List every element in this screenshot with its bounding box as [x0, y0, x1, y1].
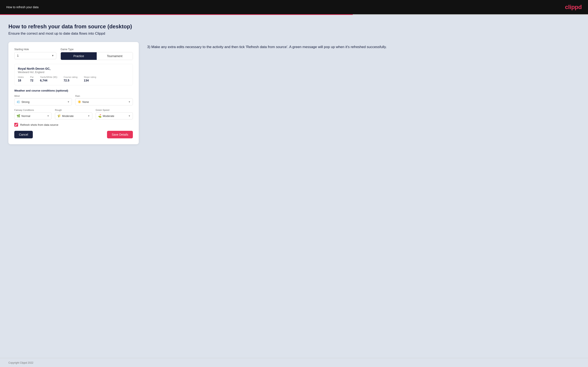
refresh-label: Refresh shots from data source [20, 123, 58, 126]
rough-chevron-icon: ▼ [88, 115, 90, 117]
fairway-chevron-icon: ▼ [47, 115, 49, 117]
wind-rain-row: Wind 💨 Strong ▼ Rain ☀️ None ▼ [14, 95, 133, 105]
game-type-group: Game Type Practice Tournament [61, 48, 133, 60]
conditions-title: Weather and course conditions (optional) [14, 89, 133, 92]
par-value: 72 [30, 79, 34, 82]
course-rating-label: Course rating [64, 76, 78, 78]
content-row: Starting Hole 1 ▼ Game Type Practice Tou… [9, 42, 579, 354]
button-row: Cancel Save Details [14, 131, 133, 138]
starting-hole-select[interactable]: 1 ▼ [14, 52, 56, 59]
starting-hole-label: Starting Hole [14, 48, 56, 51]
rough-group: Rough 🌾 Moderate ▼ [55, 109, 92, 119]
footer: Copyright Clippd 2022 [0, 358, 588, 367]
fairway-label: Fairway Conditions [14, 109, 52, 111]
rough-icon: 🌾 [57, 114, 61, 117]
wind-group: Wind 💨 Strong ▼ [14, 95, 72, 105]
rough-label: Rough [55, 109, 92, 111]
wind-select[interactable]: 💨 Strong ▼ [14, 98, 72, 105]
starting-hole-value: 1 [17, 54, 54, 57]
side-description-text: 3) Make any extra edits necessary to the… [147, 44, 579, 50]
wind-label: Wind [14, 95, 72, 97]
card: Starting Hole 1 ▼ Game Type Practice Tou… [9, 42, 139, 144]
fairway-value: Normal [21, 114, 47, 117]
practice-button[interactable]: Practice [61, 52, 97, 60]
logo: clippd [565, 4, 582, 10]
refresh-checkbox-row: Refresh shots from data source [14, 123, 133, 127]
course-table: Royal North Devon GC, Westward Ho!, Engl… [14, 64, 133, 85]
save-button[interactable]: Save Details [107, 131, 133, 138]
refresh-checkbox[interactable] [14, 123, 18, 127]
green-speed-select[interactable]: ⛳ Moderate ▼ [96, 112, 133, 119]
wind-value: Strong [21, 100, 67, 103]
tournament-button[interactable]: Tournament [97, 52, 133, 60]
top-fields-row: Starting Hole 1 ▼ Game Type Practice Tou… [14, 48, 133, 60]
course-rating-value: 72.5 [64, 79, 78, 82]
fairway-select[interactable]: 🌿 Normal ▼ [14, 112, 52, 119]
yards-stat: Yards/White (M)) 6,744 [40, 76, 57, 82]
green-speed-label: Green Speed [96, 109, 133, 111]
slope-rating-value: 134 [84, 79, 96, 82]
header-title: How to refresh your data [6, 5, 38, 9]
rough-value: Moderate [62, 114, 87, 117]
fairway-rough-green-row: Fairway Conditions 🌿 Normal ▼ Rough 🌾 Mo… [14, 109, 133, 119]
course-location: Westward Ho!, England [18, 71, 129, 74]
rain-icon: ☀️ [78, 100, 81, 103]
green-speed-chevron-icon: ▼ [128, 115, 130, 117]
game-type-label: Game Type [61, 48, 133, 51]
game-type-buttons: Practice Tournament [61, 52, 133, 60]
wind-chevron-icon: ▼ [67, 100, 69, 103]
green-speed-icon: ⛳ [98, 114, 102, 117]
fairway-icon: 🌿 [17, 114, 20, 117]
slope-rating-label: Slope rating [84, 76, 96, 78]
starting-hole-group: Starting Hole 1 ▼ [14, 48, 56, 60]
yards-label: Yards/White (M)) [40, 76, 57, 78]
wind-icon: 💨 [17, 100, 20, 103]
rain-chevron-icon: ▼ [128, 100, 130, 103]
holes-label: Holes [18, 76, 24, 78]
page-subheading: Ensure the correct and most up to date d… [9, 32, 579, 36]
yards-value: 6,744 [40, 79, 57, 82]
green-speed-value: Moderate [103, 114, 128, 117]
rain-value: None [82, 100, 128, 103]
course-name: Royal North Devon GC, [18, 67, 129, 70]
par-label: Par [30, 76, 34, 78]
footer-copyright: Copyright Clippd 2022 [9, 361, 34, 364]
rough-select[interactable]: 🌾 Moderate ▼ [55, 112, 92, 119]
holes-value: 18 [18, 79, 24, 82]
holes-stat: Holes 18 [18, 76, 24, 82]
slope-rating-stat: Slope rating 134 [84, 76, 96, 82]
course-stats: Holes 18 Par 72 Yards/White (M)) 6,744 C… [18, 76, 129, 82]
page-heading: How to refresh your data from source (de… [9, 23, 579, 30]
course-rating-stat: Course rating 72.5 [64, 76, 78, 82]
par-stat: Par 72 [30, 76, 34, 82]
rain-select[interactable]: ☀️ None ▼ [75, 98, 133, 105]
rain-group: Rain ☀️ None ▼ [75, 95, 133, 105]
rain-label: Rain [75, 95, 133, 97]
fairway-group: Fairway Conditions 🌿 Normal ▼ [14, 109, 52, 119]
green-speed-group: Green Speed ⛳ Moderate ▼ [96, 109, 133, 119]
main-content: How to refresh your data from source (de… [0, 15, 588, 358]
cancel-button[interactable]: Cancel [14, 131, 33, 138]
top-bar: How to refresh your data clippd [0, 0, 588, 14]
side-description: 3) Make any extra edits necessary to the… [147, 42, 579, 50]
